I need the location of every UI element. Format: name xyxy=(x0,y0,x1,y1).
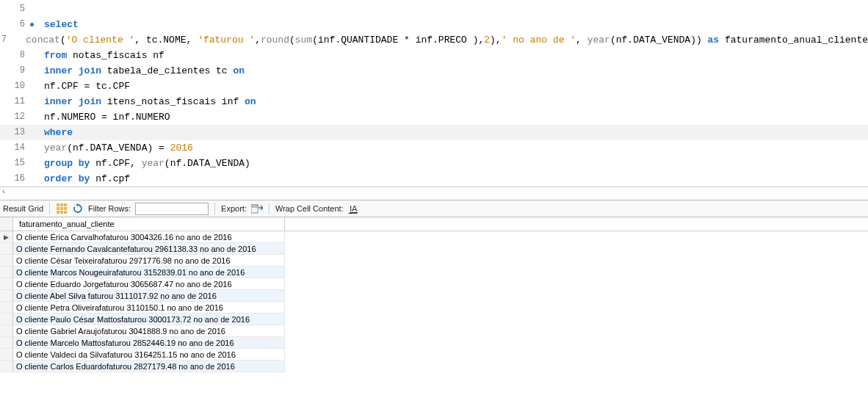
svg-rect-2 xyxy=(64,203,67,206)
editor-line[interactable]: 6select xyxy=(0,17,868,32)
line-number: 7 xyxy=(0,32,12,48)
line-number: 12 xyxy=(0,109,31,125)
code-content[interactable]: where xyxy=(31,125,73,140)
line-number: 11 xyxy=(0,94,31,109)
cell[interactable]: O cliente Gabriel Araujofaturou 3041888.… xyxy=(13,325,285,337)
code-content[interactable]: year(nf.DATA_VENDA) = 2016 xyxy=(31,140,193,156)
editor-line[interactable]: 11inner join itens_notas_fiscais inf on xyxy=(0,94,868,109)
row-selector[interactable] xyxy=(0,325,13,337)
cell[interactable]: O cliente Marcos Nougeuirafaturou 315283… xyxy=(13,267,285,278)
export-label: Export: xyxy=(221,204,247,213)
line-number: 14 xyxy=(0,140,31,156)
row-selector[interactable]: ▶ xyxy=(0,231,13,243)
table-row[interactable]: O cliente Marcos Nougeuirafaturou 315283… xyxy=(0,267,868,278)
editor-line[interactable]: 16order by nf.cpf xyxy=(0,171,868,187)
table-row[interactable]: O cliente Paulo César Mattosfaturou 3000… xyxy=(0,314,868,325)
row-selector[interactable] xyxy=(0,314,13,325)
row-selector[interactable] xyxy=(0,349,13,361)
code-content[interactable]: from notas_fiscais nf xyxy=(31,48,164,63)
table-row[interactable]: O cliente Abel Silva faturou 3111017.92 … xyxy=(0,290,868,302)
pane-divider[interactable]: ‹ xyxy=(0,187,868,200)
svg-rect-7 xyxy=(60,211,63,214)
cell[interactable]: O cliente Érica Carvalhofaturou 3004326.… xyxy=(13,231,285,243)
result-grid-label: Result Grid xyxy=(3,204,43,213)
wrap-cell-icon[interactable]: I̲A̲ xyxy=(348,203,360,214)
filter-rows-input[interactable] xyxy=(135,203,209,215)
row-selector[interactable] xyxy=(0,361,13,372)
svg-rect-8 xyxy=(64,211,67,214)
editor-line[interactable]: 5 xyxy=(0,1,868,17)
table-row[interactable]: O cliente Marcelo Mattosfaturou 2852446.… xyxy=(0,337,868,349)
breakpoint-marker-icon xyxy=(30,23,34,26)
filter-rows-label: Filter Rows: xyxy=(88,204,131,213)
code-content[interactable] xyxy=(31,1,44,17)
code-content[interactable]: nf.CPF = tc.CPF xyxy=(31,79,130,94)
svg-rect-3 xyxy=(57,207,59,210)
grid-view-icon[interactable] xyxy=(56,203,68,214)
sql-editor[interactable]: 56select7concat('O cliente ', tc.NOME, '… xyxy=(0,0,868,187)
svg-rect-10 xyxy=(251,205,258,207)
grid-header-row: faturamento_anual_cliente xyxy=(0,217,868,231)
row-selector[interactable] xyxy=(0,243,13,255)
line-number: 6 xyxy=(0,17,31,32)
table-row[interactable]: O cliente Valdeci da Silvafaturou 316425… xyxy=(0,349,868,361)
line-number: 15 xyxy=(0,156,31,171)
cell[interactable]: O cliente Valdeci da Silvafaturou 316425… xyxy=(13,349,285,361)
editor-line[interactable]: 12nf.NUMERO = inf.NUMERO xyxy=(0,109,868,125)
line-number: 13 xyxy=(0,125,31,140)
cell[interactable]: O cliente Fernando Cavalcantefaturou 296… xyxy=(13,243,285,255)
wrap-cell-label: Wrap Cell Content: xyxy=(275,204,344,213)
result-toolbar: Result Grid Filter Rows: Export: Wrap Ce… xyxy=(0,200,868,217)
code-content[interactable]: nf.NUMERO = inf.NUMERO xyxy=(31,109,170,125)
line-number: 10 xyxy=(0,79,31,94)
export-icon[interactable] xyxy=(251,203,263,214)
svg-rect-5 xyxy=(64,207,67,210)
row-selector[interactable] xyxy=(0,302,13,314)
row-selector[interactable] xyxy=(0,255,13,267)
editor-line[interactable]: 10nf.CPF = tc.CPF xyxy=(0,79,868,94)
editor-line[interactable]: 8from notas_fiscais nf xyxy=(0,48,868,63)
row-selector[interactable] xyxy=(0,290,13,302)
svg-rect-1 xyxy=(60,203,63,206)
result-grid[interactable]: faturamento_anual_cliente ▶O cliente Éri… xyxy=(0,217,868,409)
table-row[interactable]: O cliente Petra Oliveirafaturou 3110150.… xyxy=(0,302,868,314)
table-row[interactable]: O cliente César Teixeirafaturou 2971776.… xyxy=(0,255,868,267)
cell[interactable]: O cliente César Teixeirafaturou 2971776.… xyxy=(13,255,285,267)
editor-line[interactable]: 7concat('O cliente ', tc.NOME, 'faturou … xyxy=(0,32,868,48)
line-number: 8 xyxy=(0,48,31,63)
code-content[interactable]: inner join tabela_de_clientes tc on xyxy=(31,63,245,79)
code-content[interactable]: concat('O cliente ', tc.NOME, 'faturou '… xyxy=(12,32,868,48)
code-content[interactable]: order by nf.cpf xyxy=(31,171,130,187)
editor-line[interactable]: 14year(nf.DATA_VENDA) = 2016 xyxy=(0,140,868,156)
code-content[interactable]: group by nf.CPF, year(nf.DATA_VENDA) xyxy=(31,156,250,171)
cell[interactable]: O cliente Paulo César Mattosfaturou 3000… xyxy=(13,314,285,325)
code-content[interactable]: inner join itens_notas_fiscais inf on xyxy=(31,94,256,109)
grid-corner[interactable] xyxy=(0,217,13,231)
cell[interactable]: O cliente Carlos Eduardofaturou 2827179.… xyxy=(13,361,285,372)
cell[interactable]: O cliente Eduardo Jorgefaturou 3065687.4… xyxy=(13,278,285,290)
row-selector[interactable] xyxy=(0,278,13,290)
editor-line[interactable]: 9inner join tabela_de_clientes tc on xyxy=(0,63,868,79)
line-number: 9 xyxy=(0,63,31,79)
editor-line[interactable]: 15group by nf.CPF, year(nf.DATA_VENDA) xyxy=(0,156,868,171)
cell[interactable]: O cliente Abel Silva faturou 3111017.92 … xyxy=(13,290,285,302)
table-row[interactable]: O cliente Gabriel Araujofaturou 3041888.… xyxy=(0,325,868,337)
cell[interactable]: O cliente Petra Oliveirafaturou 3110150.… xyxy=(13,302,285,314)
code-content[interactable]: select xyxy=(31,17,79,32)
refresh-icon[interactable] xyxy=(72,203,84,214)
row-selector[interactable] xyxy=(0,337,13,349)
svg-rect-0 xyxy=(57,203,59,206)
line-number: 16 xyxy=(0,171,31,187)
table-row[interactable]: O cliente Fernando Cavalcantefaturou 296… xyxy=(0,243,868,255)
table-row[interactable]: O cliente Eduardo Jorgefaturou 3065687.4… xyxy=(0,278,868,290)
table-row[interactable]: O cliente Carlos Eduardofaturou 2827179.… xyxy=(0,361,868,372)
editor-line[interactable]: 13where xyxy=(0,125,868,140)
svg-rect-4 xyxy=(60,207,63,210)
row-selector[interactable] xyxy=(0,267,13,278)
line-number: 5 xyxy=(0,1,31,17)
table-row[interactable]: ▶O cliente Érica Carvalhofaturou 3004326… xyxy=(0,231,868,243)
chevron-left-icon: ‹ xyxy=(1,188,6,196)
cell[interactable]: O cliente Marcelo Mattosfaturou 2852446.… xyxy=(13,337,285,349)
svg-rect-6 xyxy=(57,211,59,214)
column-header[interactable]: faturamento_anual_cliente xyxy=(13,217,285,231)
